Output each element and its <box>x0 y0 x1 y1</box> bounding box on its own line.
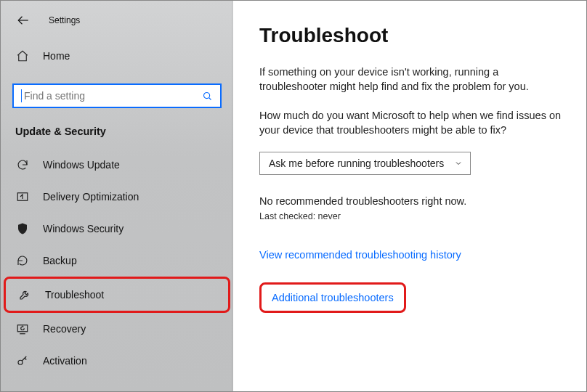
last-checked-text: Last checked: never <box>259 211 566 221</box>
search-icon <box>202 91 213 102</box>
sidebar-item-label: Windows Security <box>43 223 124 234</box>
link-troubleshooting-history[interactable]: View recommended troubleshooting history <box>259 249 461 261</box>
sidebar-item-recovery[interactable]: Recovery <box>1 313 233 345</box>
chevron-down-icon <box>454 159 463 168</box>
back-button[interactable] <box>14 11 33 30</box>
sync-icon <box>15 158 30 172</box>
settings-app: Settings Home <box>1 1 586 391</box>
sidebar-item-delivery-optimization[interactable]: Delivery Optimization <box>1 181 233 213</box>
link-additional-troubleshooters[interactable]: Additional troubleshooters <box>259 282 406 313</box>
sidebar-item-label: Windows Update <box>43 159 120 171</box>
sidebar-item-windows-security[interactable]: Windows Security <box>1 213 233 245</box>
search-input[interactable] <box>21 90 202 102</box>
sidebar-item-label: Delivery Optimization <box>43 191 139 203</box>
sidebar-item-label: Backup <box>43 255 77 266</box>
svg-point-1 <box>204 92 210 98</box>
troubleshoot-preference-dropdown[interactable]: Ask me before running troubleshooters <box>259 152 471 175</box>
svg-line-8 <box>25 358 26 359</box>
status-text: No recommended troubleshooters right now… <box>259 195 566 207</box>
search-box[interactable] <box>12 83 222 108</box>
sidebar-item-troubleshoot[interactable]: Troubleshoot <box>4 277 230 313</box>
recovery-icon <box>15 322 30 336</box>
delivery-optimization-icon <box>15 189 30 204</box>
sidebar-nav: Windows Update Delivery Optimization <box>1 149 233 377</box>
sidebar-item-label: Home <box>43 50 70 62</box>
sidebar-item-activation[interactable]: Activation <box>1 345 233 377</box>
settings-label: Settings <box>49 15 80 25</box>
svg-point-6 <box>18 360 23 364</box>
sidebar: Settings Home <box>1 1 233 391</box>
shield-icon <box>15 221 30 236</box>
sidebar-item-windows-update[interactable]: Windows Update <box>1 149 233 181</box>
backup-icon <box>15 253 30 268</box>
intro-text: If something on your device isn't workin… <box>259 65 566 94</box>
sidebar-item-home[interactable]: Home <box>1 41 233 70</box>
page-title: Troubleshoot <box>259 24 566 47</box>
activation-icon <box>15 354 30 368</box>
sidebar-item-label: Troubleshoot <box>45 289 104 301</box>
search-container <box>12 83 222 108</box>
svg-line-2 <box>209 97 211 99</box>
topbar: Settings <box>1 8 233 37</box>
sidebar-item-backup[interactable]: Backup <box>1 245 233 277</box>
preference-prompt: How much do you want Microsoft to help w… <box>259 108 566 137</box>
dropdown-value: Ask me before running troubleshooters <box>269 158 444 169</box>
back-arrow-icon <box>17 14 30 27</box>
main-content: Troubleshoot If something on your device… <box>233 1 586 391</box>
section-header: Update & Security <box>1 117 233 149</box>
sidebar-item-label: Recovery <box>43 323 86 335</box>
wrench-icon <box>17 287 32 302</box>
sidebar-item-label: Activation <box>43 355 87 367</box>
text-caret <box>21 89 22 102</box>
home-icon <box>15 49 30 63</box>
